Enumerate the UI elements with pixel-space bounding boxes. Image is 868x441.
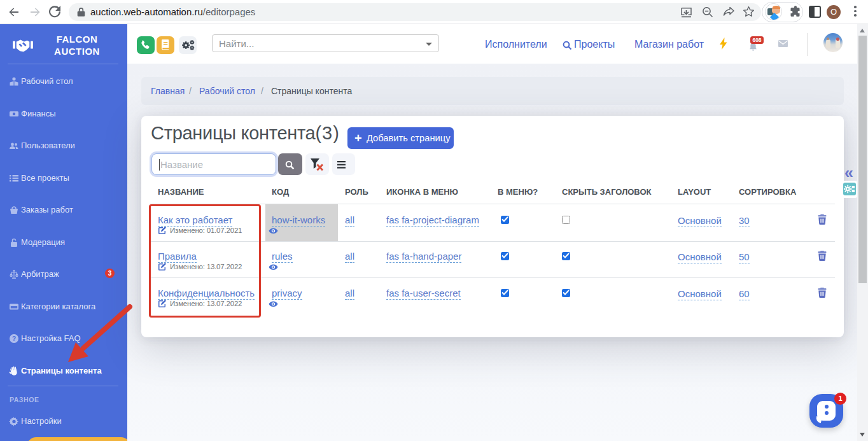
svg-text:?: ? xyxy=(12,335,16,342)
